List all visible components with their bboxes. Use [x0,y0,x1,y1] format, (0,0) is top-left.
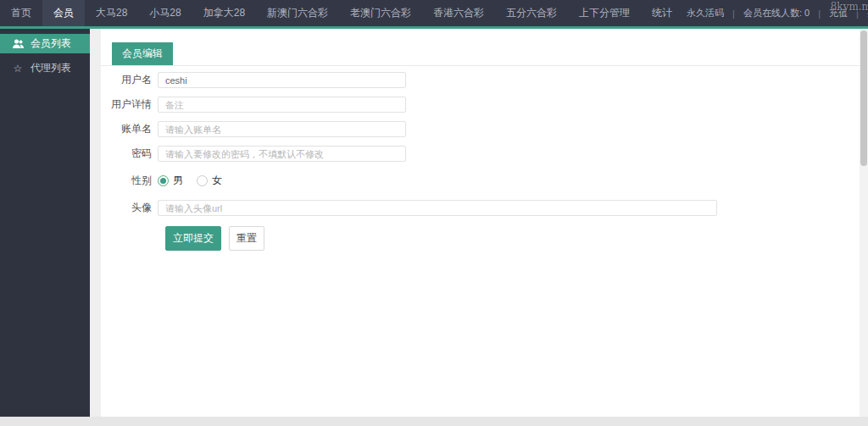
top-navbar: 首页 会员 大马28 小马28 加拿大28 新澳门六合彩 老澳门六合彩 香港六合… [0,0,868,26]
top-nav-menu: 首页 会员 大马28 小马28 加拿大28 新澳门六合彩 老澳门六合彩 香港六合… [0,0,683,26]
sidebar: 会员列表 ☆ 代理列表 [0,29,90,417]
gender-radio-group: 男 女 [158,174,222,188]
radio-icon [197,175,208,186]
nav-item-old-macau[interactable]: 老澳门六合彩 [339,0,422,26]
sidebar-item-agent-list[interactable]: ☆ 代理列表 [0,58,90,78]
avatar-label: 头像 [101,201,152,215]
form-row-detail: 用户详情 [101,97,860,113]
gender-radio-male[interactable]: 男 [158,174,183,188]
detail-label: 用户详情 [101,97,152,112]
gender-label: 性别 [101,174,152,188]
username-input[interactable] [158,72,406,88]
bill-name-label: 账单名 [101,122,152,136]
nav-item-home[interactable]: 首页 [0,0,42,26]
reset-button[interactable]: 重置 [229,226,264,251]
password-label: 密码 [101,147,152,161]
form-row-gender: 性别 男 女 [101,173,860,189]
detail-input[interactable] [158,97,406,113]
nav-item-dama28[interactable]: 大马28 [85,0,138,26]
recharge-link[interactable]: 充值 [826,7,851,19]
tab-bar: 会员编辑 [101,29,860,66]
form-row-bill-name: 账单名 [101,121,860,137]
withdraw-link[interactable]: 提现 [864,7,868,19]
footer-strip [0,417,868,426]
sidebar-item-member-list[interactable]: 会员列表 [0,34,90,53]
separator: | [727,8,740,19]
form-actions: 立即提交 重置 [101,230,860,246]
form-row-username: 用户名 [101,72,860,88]
nav-item-hongkong[interactable]: 香港六合彩 [422,0,495,26]
nav-item-xiaoma28[interactable]: 小马28 [138,0,192,26]
tab-member-edit[interactable]: 会员编辑 [112,42,173,65]
scrollbar-thumb[interactable] [860,30,867,166]
users-icon [12,39,24,48]
separator: | [851,8,864,19]
star-icon: ☆ [12,63,24,75]
bill-name-input[interactable] [158,121,406,137]
nav-item-stats[interactable]: 统计 [641,0,683,26]
content-panel: 会员编辑 用户名 用户详情 账单名 密码 性别 [101,29,860,417]
nav-item-members[interactable]: 会员 [42,0,85,26]
username-label: 用户名 [101,73,152,87]
online-count: 会员在线人数: 0 [740,7,813,19]
submit-button[interactable]: 立即提交 [165,226,221,251]
radio-icon [158,175,169,186]
avatar-input[interactable] [158,200,717,216]
vertical-scrollbar[interactable] [860,29,868,417]
accent-divider [0,26,868,29]
main-content: 会员编辑 用户名 用户详情 账单名 密码 性别 [90,29,868,417]
member-edit-form: 用户名 用户详情 账单名 密码 性别 男 [101,66,860,246]
nav-item-canada28[interactable]: 加拿大28 [192,0,256,26]
permanent-code-link[interactable]: 永久活码 [683,7,727,19]
sidebar-item-label: 代理列表 [31,61,71,75]
sidebar-item-label: 会员列表 [31,36,71,51]
gender-female-label: 女 [212,174,222,188]
form-row-password: 密码 [101,146,860,162]
password-input[interactable] [158,146,406,162]
nav-item-updown-manage[interactable]: 上下分管理 [568,0,641,26]
form-row-avatar: 头像 [101,200,860,216]
separator: | [813,8,826,19]
nav-item-new-macau[interactable]: 新澳门六合彩 [256,0,339,26]
gender-male-label: 男 [173,174,183,188]
nav-item-wufen[interactable]: 五分六合彩 [495,0,568,26]
gender-radio-female[interactable]: 女 [197,174,222,188]
top-nav-right: 永久活码 | 会员在线人数: 0 | 充值 | 提现 | admin | 更新缓… [683,0,868,26]
